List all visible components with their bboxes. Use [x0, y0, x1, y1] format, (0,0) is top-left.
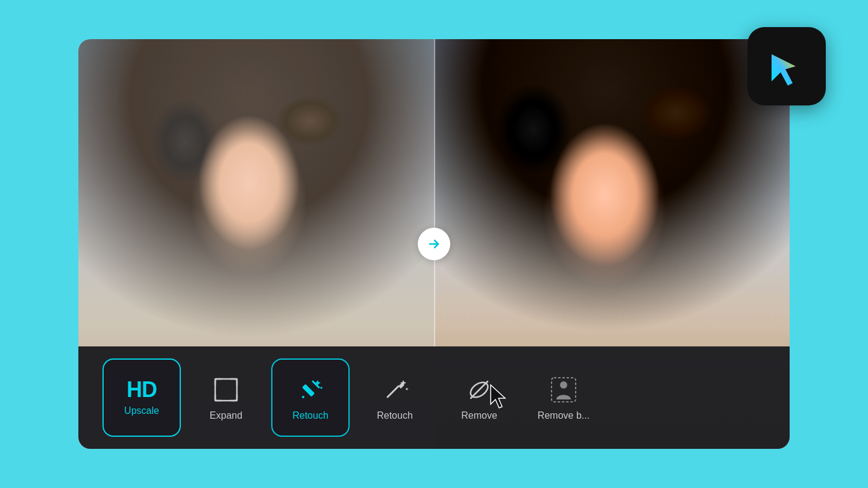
svg-point-2	[302, 396, 304, 398]
tool-hd-upscale[interactable]: HD Upscale	[102, 358, 181, 437]
tool-expand[interactable]: Expand	[187, 358, 265, 437]
tool-remove[interactable]: Remove	[440, 358, 518, 437]
svg-rect-0	[215, 379, 237, 401]
remove-icon	[464, 374, 495, 405]
divider-line	[434, 39, 435, 346]
hd-upscale-label: Upscale	[124, 405, 159, 416]
app-icon	[747, 27, 826, 105]
svg-point-5	[560, 381, 567, 389]
retouch-inactive-icon	[379, 374, 410, 405]
retouch-active-label: Retouch	[292, 410, 329, 421]
toolbar: HD Upscale Expand	[78, 346, 790, 449]
arrow-icon	[427, 237, 441, 251]
retouch-inactive-label: Retouch	[377, 410, 413, 421]
expand-label: Expand	[210, 410, 242, 421]
app-logo	[763, 42, 811, 90]
hd-icon-text: HD	[127, 379, 157, 401]
remove-label: Remove	[461, 410, 497, 421]
expand-icon	[210, 374, 242, 405]
tool-retouch-inactive[interactable]: Retouch	[356, 358, 434, 437]
svg-rect-1	[302, 384, 315, 396]
remove-bg-icon	[548, 374, 579, 405]
remove-bg-label: Remove b...	[538, 410, 590, 421]
tool-retouch-active[interactable]: Retouch	[271, 358, 350, 437]
main-card: HD Upscale Expand	[78, 39, 790, 449]
tool-remove-bg[interactable]: Remove b...	[524, 358, 603, 437]
retouch-active-icon	[295, 374, 326, 405]
compare-arrow	[418, 228, 450, 260]
